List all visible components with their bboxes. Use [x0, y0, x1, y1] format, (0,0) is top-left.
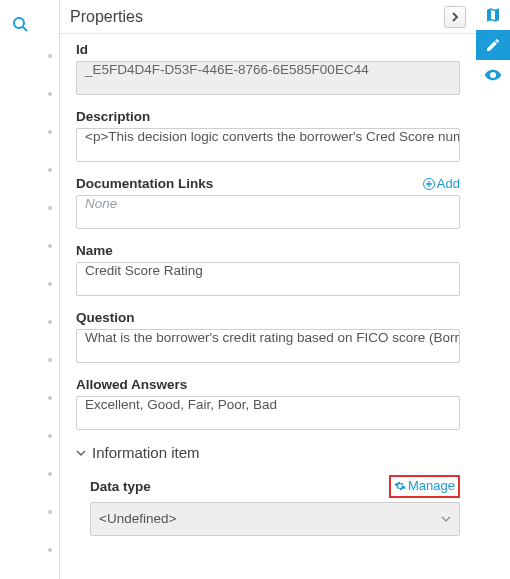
tree-dot	[48, 54, 52, 58]
eye-icon[interactable]	[476, 60, 510, 90]
field-datatype: Data type Manage <Undefined>	[76, 475, 460, 536]
svg-line-1	[23, 27, 27, 31]
datatype-manage-label: Manage	[408, 478, 455, 493]
app-root: Properties Id _E5FD4D4F-D53F-446E-8766-6…	[0, 0, 510, 579]
gear-icon	[394, 480, 406, 492]
datatype-manage-button[interactable]: Manage	[394, 478, 455, 493]
tree-rail	[40, 0, 60, 579]
panel-collapse-button[interactable]	[444, 6, 466, 28]
tree-dot	[48, 320, 52, 324]
doclinks-label: Documentation Links	[76, 176, 213, 191]
panel-header: Properties	[60, 0, 476, 34]
tree-dot	[48, 130, 52, 134]
field-description: Description <p>This decision logic conve…	[76, 109, 460, 162]
search-icon[interactable]	[4, 8, 36, 40]
tree-dot	[48, 396, 52, 400]
tree-dot	[48, 548, 52, 552]
tree-dot	[48, 358, 52, 362]
question-label: Question	[76, 310, 135, 325]
svg-rect-4	[426, 183, 432, 184]
map-icon[interactable]	[476, 0, 510, 30]
tree-dot	[48, 206, 52, 210]
tree-dot	[48, 168, 52, 172]
answers-input[interactable]: Excellent, Good, Fair, Poor, Bad	[76, 396, 460, 430]
id-input: _E5FD4D4F-D53F-446E-8766-6E585F00EC44	[76, 61, 460, 95]
manage-highlight: Manage	[389, 475, 460, 498]
left-tool-rail	[0, 0, 40, 579]
doclinks-input[interactable]: None	[76, 195, 460, 229]
panel-title: Properties	[70, 8, 143, 26]
datatype-label: Data type	[90, 479, 151, 494]
properties-panel: Properties Id _E5FD4D4F-D53F-446E-8766-6…	[60, 0, 476, 579]
tree-dot	[48, 472, 52, 476]
field-answers: Allowed Answers Excellent, Good, Fair, P…	[76, 377, 460, 430]
field-doclinks: Documentation Links Add None	[76, 176, 460, 229]
tree-dot	[48, 510, 52, 514]
tree-dot	[48, 434, 52, 438]
field-name: Name Credit Score Rating	[76, 243, 460, 296]
section-title: Information item	[92, 444, 200, 461]
right-tool-rail	[476, 0, 510, 579]
svg-point-0	[14, 18, 24, 28]
section-information-item[interactable]: Information item	[76, 444, 460, 461]
field-question: Question What is the borrower's credit r…	[76, 310, 460, 363]
doclinks-add-label: Add	[437, 176, 460, 191]
panel-body: Id _E5FD4D4F-D53F-446E-8766-6E585F00EC44…	[60, 34, 476, 579]
chevron-down-icon	[441, 514, 451, 524]
tree-dot	[48, 244, 52, 248]
plus-circle-icon	[423, 178, 435, 190]
field-id: Id _E5FD4D4F-D53F-446E-8766-6E585F00EC44	[76, 42, 460, 95]
datatype-select[interactable]: <Undefined>	[90, 502, 460, 536]
question-input[interactable]: What is the borrower's credit rating bas…	[76, 329, 460, 363]
doclinks-add-button[interactable]: Add	[423, 176, 460, 191]
answers-label: Allowed Answers	[76, 377, 187, 392]
description-input[interactable]: <p>This decision logic converts the borr…	[76, 128, 460, 162]
id-label: Id	[76, 42, 88, 57]
tree-dot	[48, 282, 52, 286]
description-label: Description	[76, 109, 150, 124]
tree-dot	[48, 92, 52, 96]
name-input[interactable]: Credit Score Rating	[76, 262, 460, 296]
chevron-down-icon	[76, 448, 86, 458]
edit-icon[interactable]	[476, 30, 510, 60]
datatype-value: <Undefined>	[99, 511, 176, 526]
name-label: Name	[76, 243, 113, 258]
